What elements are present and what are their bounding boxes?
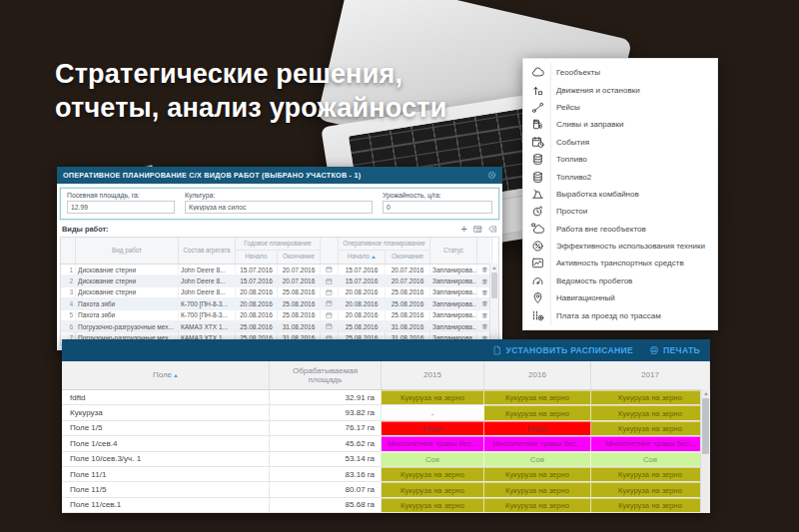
menu-item[interactable]: Рейсы (523, 99, 717, 116)
menu-item[interactable]: События (523, 134, 717, 151)
work-row[interactable]: 4 Пахота зяби К-700 [ПН-8-3... 20.08.201… (61, 298, 490, 309)
menu-item[interactable]: Активность транспортных средств (523, 255, 717, 271)
menu-item-label: События (556, 138, 589, 147)
menu-item[interactable]: Геообъекты (523, 64, 717, 81)
scroll-up-icon[interactable] (701, 389, 710, 397)
crop-cell-2015[interactable]: Кукуруза на зерно (382, 390, 484, 404)
col-area[interactable]: Обрабатываемая площадь (270, 361, 382, 389)
work-row[interactable]: 3 Дискование стерни John Deere 8... 20.0… (61, 287, 490, 298)
field-input[interactable] (383, 201, 492, 214)
col-annual-end[interactable]: Окончание (278, 251, 321, 264)
field-name-cell[interactable]: Поле 10/сев.3/уч. 1 (62, 452, 270, 466)
crop-cell-2017[interactable]: Кукуруза на зерно (591, 405, 710, 419)
scrollbar-thumb[interactable] (491, 272, 497, 298)
menu-item-label: Навигационный (556, 293, 615, 302)
field-name-cell[interactable]: Поле 11/1 (62, 467, 270, 481)
menu-item[interactable]: Выработка комбайнов (523, 186, 717, 203)
field-name-cell[interactable]: Поле 11/сев.1 (62, 498, 270, 512)
crop-cell-2016[interactable]: Соя (484, 452, 591, 466)
crop-cell-2016[interactable]: Кукуруза на зерно (484, 482, 591, 496)
crop-cell-2015[interactable]: Соя (382, 452, 484, 466)
work-row[interactable]: 2 Дискование стерни John Deere 8... 15.0… (61, 275, 490, 286)
calendar-icon[interactable] (326, 311, 333, 319)
unit-cell: John Deere 8... (179, 287, 236, 297)
field-input[interactable] (185, 201, 373, 214)
menu-item[interactable]: Ведомость пробегов (523, 272, 717, 289)
calendar-icon[interactable] (326, 322, 333, 330)
menu-item-label: Топливо2 (556, 173, 591, 182)
status-cell: Запланирова... (430, 287, 477, 297)
row-number: 4 (61, 298, 76, 308)
trash-icon[interactable] (481, 299, 488, 307)
field-input[interactable] (67, 201, 175, 214)
crop-cell-2015[interactable]: Кукуруза на зерно (382, 467, 484, 481)
menu-item[interactable]: Топливо (523, 151, 717, 168)
crop-cell-2016[interactable]: Кукуруза на зерно (484, 467, 591, 481)
print-button[interactable]: ПЕЧАТЬ (649, 345, 700, 355)
crop-cell-2016[interactable]: Кукуруза на зерно (484, 405, 591, 419)
crop-cell-2016[interactable]: Горох (484, 421, 591, 435)
crop-cell-2017[interactable]: Кукуруза на зерно (591, 467, 710, 481)
work-row[interactable]: 5 Пахота зяби К-700 [ПН-8-3... 20.08.201… (61, 310, 490, 321)
crop-cell-2015[interactable]: Кукуруза на зерно (382, 482, 484, 496)
crop-cell-2015[interactable]: Многолетние травы бес... (382, 436, 484, 450)
movements-stops-icon (531, 84, 544, 97)
menu-item[interactable]: Сливы и заправки (523, 116, 717, 133)
col-op-start-sorted[interactable]: Начало (339, 251, 386, 264)
crop-cell-2017[interactable]: Кукуруза на зерно (591, 482, 710, 496)
columns-icon[interactable] (473, 225, 482, 234)
scroll-up-icon[interactable] (490, 264, 498, 271)
calendar-icon[interactable] (326, 277, 333, 285)
menu-item[interactable]: Работа вне геообъектов (523, 221, 717, 238)
crop-cell-2015[interactable]: Кукуруза на зерно (382, 498, 484, 512)
crop-cell-2015[interactable]: - (382, 405, 484, 419)
status-cell: Запланирова... (430, 310, 477, 320)
row-number: 6 (61, 321, 76, 331)
crop-cell-2016[interactable]: Многолетние травы бес... (484, 436, 591, 450)
menu-item[interactable]: Навигационный (523, 289, 717, 306)
trash-icon[interactable] (481, 277, 488, 285)
col-field-sorted[interactable]: Поле (62, 361, 270, 389)
menu-item[interactable]: Топливо2 (523, 168, 717, 185)
crop-cell-2017[interactable]: Кукуруза на зерно (591, 421, 710, 435)
close-icon[interactable] (487, 171, 496, 180)
crop-cell-2017[interactable]: Кукуруза на зерно (591, 498, 710, 512)
add-work-icon[interactable]: + (461, 225, 467, 234)
calendar-icon[interactable] (326, 299, 333, 307)
crop-cell-2016[interactable]: Кукуруза на зерно (484, 390, 591, 404)
work-type-cell: Пахота зяби (76, 310, 179, 320)
field-name-cell[interactable]: Кукуруза (62, 405, 270, 419)
col-2017[interactable]: 2017 (591, 361, 710, 389)
trash-icon[interactable] (481, 288, 488, 296)
trash-icon[interactable] (481, 322, 488, 330)
trash-icon[interactable] (481, 311, 488, 319)
clear-icon[interactable] (488, 225, 497, 234)
trash-icon[interactable] (481, 266, 488, 273)
crop-cell-2016[interactable]: Кукуруза на зерно (484, 498, 591, 512)
calendar-icon[interactable] (326, 266, 333, 273)
works-table-scrollbar[interactable] (489, 264, 498, 344)
menu-item[interactable]: Эффективность использования техники (523, 238, 717, 255)
menu-item[interactable]: Движения и остановки (523, 81, 717, 98)
crop-cell-2017[interactable]: Соя (591, 452, 710, 466)
crop-cell-2015[interactable]: Горох (382, 421, 484, 435)
menu-item[interactable]: Плата за проезд по трассам (523, 306, 717, 323)
set-schedule-button[interactable]: УСТАНОВИТЬ РАСПИСАНИЕ (492, 345, 633, 355)
work-type-cell: Погрузочно-разгрузочные мех... (76, 321, 179, 331)
calendar-icon[interactable] (326, 288, 333, 296)
field-name-cell[interactable]: Поле 1/5 (62, 421, 270, 435)
col-annual-start[interactable]: Начало (236, 251, 278, 264)
scrollbar-thumb[interactable] (702, 398, 709, 454)
work-row[interactable]: 1 Дискование стерни John Deere 8... 15.0… (61, 265, 490, 275)
schedule-scrollbar[interactable] (700, 389, 710, 513)
field-name-cell[interactable]: fdftd (62, 390, 270, 404)
col-2016[interactable]: 2016 (484, 361, 591, 389)
col-2015[interactable]: 2015 (382, 361, 484, 389)
crop-cell-2017[interactable]: Многолетние травы бес... (591, 436, 710, 450)
crop-cell-2017[interactable]: Кукуруза на зерно (591, 390, 710, 404)
field-name-cell[interactable]: Поле 1/сев.4 (62, 436, 270, 450)
col-op-end[interactable]: Окончание (386, 251, 430, 264)
field-name-cell[interactable]: Поле 11/5 (62, 482, 270, 496)
work-row[interactable]: 6 Погрузочно-разгрузочные мех... КАМАЗ Х… (61, 321, 490, 332)
menu-item[interactable]: Простои (523, 203, 717, 220)
